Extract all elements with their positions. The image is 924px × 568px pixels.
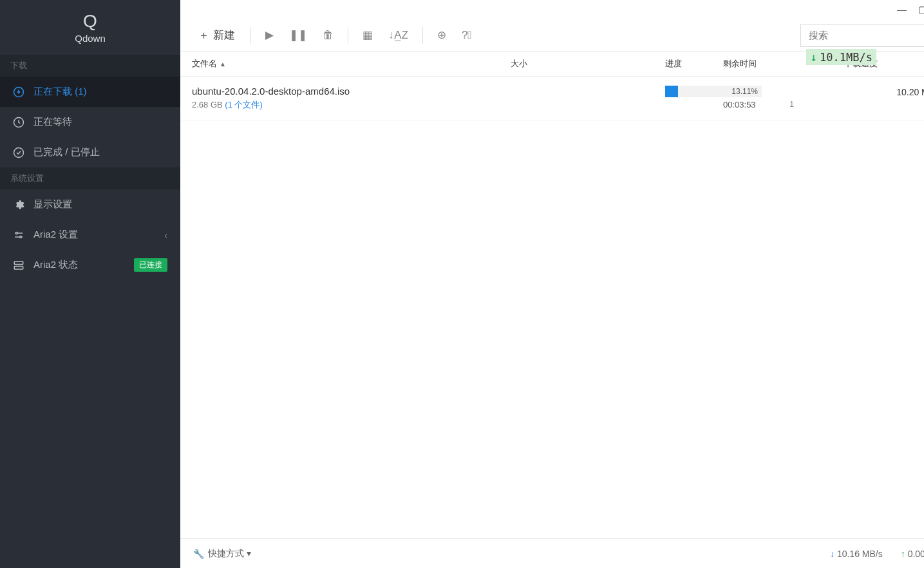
col-header-remaining[interactable]: 剩余时间 [723,58,787,70]
col-header-size[interactable]: 大小 [511,58,665,70]
check-circle-icon [13,147,24,158]
sliders-icon [13,229,24,241]
wrench-icon: 🔧 [193,549,204,559]
arrow-down-icon: ↓ [810,50,817,64]
speed-overlay: ↓ 10.1MB/s [806,49,876,65]
add-button[interactable]: ⊕ [432,24,451,46]
app-name: Qdown [75,33,106,44]
svg-point-4 [20,236,22,238]
footer-upload-speed: ↑ 0.00 B/s [901,549,924,559]
connection-count: 1 [789,100,794,109]
sidebar-item-label: 已完成 / 已停止 [33,146,167,158]
svg-rect-5 [14,261,23,265]
sort-button[interactable]: ↓A̲Z [383,24,413,46]
sort-az-icon: ↓A̲Z [388,28,408,42]
server-icon [13,260,24,271]
sidebar-item-aria2-status[interactable]: Aria2 状态 已连接 [0,250,180,280]
file-size: 2.68 GB [192,100,223,109]
svg-point-2 [14,147,24,157]
sidebar-section-settings: 系统设置 [0,167,180,189]
pause-button[interactable]: ❚❚ [284,24,312,46]
filename: ubuntu-20.04.2.0-desktop-amd64.iso [192,86,511,97]
help-icon: ?⃝ [462,29,472,42]
app-brand: Q Qdown [0,0,180,55]
main-area: — ▢ ✕ ＋ 新建 ▶ ❚❚ 🗑 ▦ ↓A̲Z ⊕ ?⃝ ↓ 10.1MB/s… [180,0,924,568]
progress-cell: 13.11% [665,86,723,100]
sidebar-item-label: 正在下载 (1) [33,86,167,98]
delete-button[interactable]: 🗑 [317,25,339,46]
arrow-up-icon: ↑ [901,549,905,559]
sidebar-section-download: 下载 [0,55,180,77]
sidebar-item-label: 正在等待 [33,116,167,128]
grid-icon: ▦ [363,28,373,42]
sidebar-item-label: Aria2 状态 [33,259,125,271]
filename-cell: ubuntu-20.04.2.0-desktop-amd64.iso 2.68 … [192,86,511,111]
chevron-left-icon: ‹ [164,230,167,240]
footer-download-speed: ↓ 10.16 MB/s [830,549,883,559]
new-button[interactable]: ＋ 新建 [192,24,241,46]
col-header-progress[interactable]: 进度 [665,58,723,70]
sidebar-item-aria2-settings[interactable]: Aria2 设置 ‹ [0,220,180,250]
sidebar-item-stopped[interactable]: 已完成 / 已停止 [0,137,180,167]
new-button-label: 新建 [213,28,235,43]
clock-icon [13,117,24,128]
search-input[interactable] [800,24,924,47]
plus-circle-icon: ⊕ [437,28,446,42]
start-button[interactable]: ▶ [260,24,279,46]
trash-icon: 🗑 [323,29,334,42]
caret-down-icon: ▾ [244,548,251,558]
status-bar: 🔧 快捷方式 ▾ ↓ 10.16 MB/s ↑ 0.00 B/s [180,538,924,568]
sidebar-item-waiting[interactable]: 正在等待 [0,107,180,137]
gear-icon [13,199,24,211]
sidebar-item-display-settings[interactable]: 显示设置 [0,189,180,220]
toolbar-divider [422,27,423,44]
progress-fill [665,86,678,97]
remaining-cell: 00:03:53 1 [723,86,787,109]
pause-icon: ❚❚ [289,28,307,42]
shortcut-button[interactable]: 快捷方式 ▾ [208,548,251,560]
status-badge-connected: 已连接 [134,258,167,272]
view-grid-button[interactable]: ▦ [357,24,378,46]
sidebar: Q Qdown 下载 正在下载 (1) 正在等待 已完成 / 已停止 系统设置 … [0,0,180,568]
play-icon: ▶ [265,28,274,42]
sidebar-item-label: 显示设置 [33,198,167,211]
table-row[interactable]: ubuntu-20.04.2.0-desktop-amd64.iso 2.68 … [180,77,924,120]
col-header-filename[interactable]: 文件名 ▲ [192,58,511,70]
toolbar: ＋ 新建 ▶ ❚❚ 🗑 ▦ ↓A̲Z ⊕ ?⃝ [180,0,924,52]
search-wrap [800,24,924,47]
download-icon [13,86,24,98]
app-logo-icon: Q [83,11,97,32]
overlay-speed-value: 10.1MB/s [820,51,872,64]
plus-icon: ＋ [198,28,209,43]
toolbar-divider [250,27,251,44]
arrow-down-icon: ↓ [830,549,834,559]
file-count-link[interactable]: (1 个文件) [225,100,263,109]
help-button[interactable]: ?⃝ [457,25,477,46]
svg-point-3 [16,232,18,234]
eta: 00:03:53 [723,100,756,109]
sort-caret-up-icon: ▲ [220,61,226,68]
file-meta: 2.68 GB (1 个文件) [192,99,511,111]
sidebar-item-downloading[interactable]: 正在下载 (1) [0,77,180,107]
sidebar-item-label: Aria2 设置 [33,229,155,241]
svg-rect-6 [14,266,23,269]
toolbar-divider [348,27,348,44]
download-speed-cell: 10.20 MB/s [787,86,924,97]
